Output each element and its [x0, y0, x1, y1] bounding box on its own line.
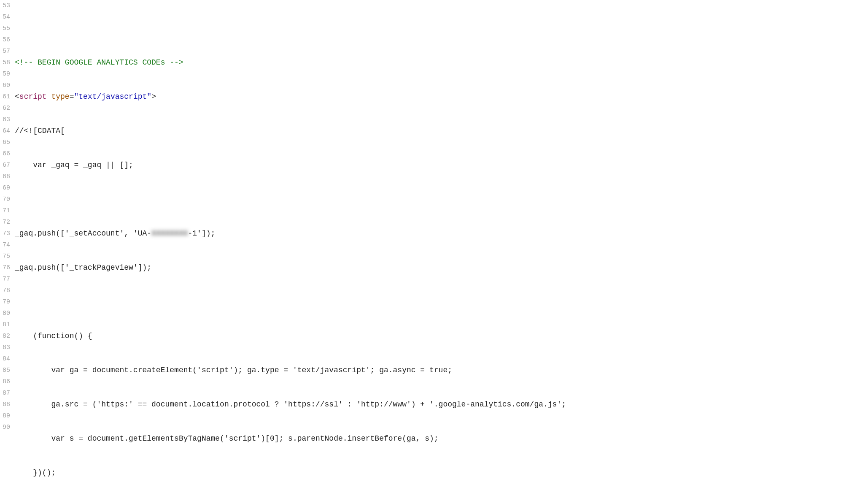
redacted-text: XXXXXXXX	[151, 229, 188, 238]
line-number: 75	[3, 251, 10, 262]
line-number: 88	[3, 399, 10, 410]
line-number: 72	[3, 217, 10, 228]
code-line: <!-- BEGIN GOOGLE ANALYTICS CODEs -->	[15, 57, 868, 68]
js-text: var s = document.getElementsByTagName('s…	[15, 434, 439, 443]
line-number: 79	[3, 296, 10, 308]
code-line	[15, 194, 868, 205]
line-number: 60	[3, 80, 10, 91]
tag-open-bracket: <	[15, 92, 19, 101]
line-number: 68	[3, 171, 10, 182]
js-text: -1']);	[188, 229, 216, 238]
code-line: _gaq.push(['_trackPageview']);	[15, 262, 868, 273]
line-number: 80	[3, 308, 10, 319]
code-line: ga.src = ('https:' == document.location.…	[15, 399, 868, 410]
line-number: 77	[3, 273, 10, 285]
code-area[interactable]: <!-- BEGIN GOOGLE ANALYTICS CODEs --> <s…	[12, 0, 868, 482]
line-number: 90	[3, 422, 10, 433]
code-line: })();	[15, 467, 868, 479]
html-comment: <!-- BEGIN GOOGLE ANALYTICS CODEs -->	[15, 58, 183, 67]
line-number: 55	[3, 23, 10, 34]
line-number: 64	[3, 125, 10, 137]
line-number: 59	[3, 68, 10, 80]
line-number: 56	[3, 34, 10, 46]
line-number: 63	[3, 114, 10, 125]
line-number: 87	[3, 387, 10, 399]
line-number: 78	[3, 285, 10, 296]
line-number: 85	[3, 365, 10, 376]
tag-close-bracket: >	[151, 92, 156, 101]
code-line: (function() {	[15, 330, 868, 342]
line-number: 86	[3, 376, 10, 387]
code-line	[15, 23, 868, 34]
js-text: var ga = document.createElement('script'…	[15, 366, 452, 374]
code-line: <script type="text/javascript">	[15, 91, 868, 103]
line-number: 81	[3, 319, 10, 330]
code-line: var ga = document.createElement('script'…	[15, 365, 868, 376]
attr-name: type	[51, 92, 69, 101]
js-text: (function() {	[15, 332, 92, 340]
line-number: 74	[3, 239, 10, 251]
js-text: _gaq.push(['_setAccount', 'UA-	[15, 229, 151, 238]
script-tag: script	[19, 92, 47, 101]
line-number: 58	[3, 57, 10, 68]
code-line: var s = document.getElementsByTagName('s…	[15, 433, 868, 444]
line-number: 67	[3, 160, 10, 171]
code-line	[15, 296, 868, 308]
line-number: 73	[3, 228, 10, 239]
line-number: 66	[3, 148, 10, 160]
line-number: 69	[3, 182, 10, 194]
line-number: 84	[3, 353, 10, 365]
code-line: _gaq.push(['_setAccount', 'UA-XXXXXXXX-1…	[15, 228, 868, 239]
line-number: 70	[3, 194, 10, 205]
js-text: var _gaq = _gaq || [];	[15, 161, 133, 169]
line-number-gutter: 5354555657585960616263646566676869707172…	[0, 0, 12, 482]
line-number: 54	[3, 11, 10, 23]
js-text: //<![CDATA[	[15, 127, 65, 135]
code-line: var _gaq = _gaq || [];	[15, 160, 868, 171]
attr-value: "text/javascript"	[74, 92, 151, 101]
equals: =	[70, 92, 74, 101]
js-text: ga.src = ('https:' == document.location.…	[15, 400, 566, 409]
line-number: 71	[3, 205, 10, 217]
line-number: 65	[3, 137, 10, 148]
line-number: 57	[3, 46, 10, 57]
js-text: _gaq.push(['_setAccount', 'UA-XXXXXXXX-1…	[15, 229, 215, 238]
line-number: 53	[3, 0, 10, 11]
line-number: 61	[3, 91, 10, 103]
code-line: //<![CDATA[	[15, 125, 868, 137]
js-text: })();	[15, 468, 56, 477]
line-number: 82	[3, 330, 10, 342]
line-number: 83	[3, 342, 10, 353]
js-text: _gaq.push(['_trackPageview']);	[15, 263, 151, 272]
line-number: 76	[3, 262, 10, 273]
code-editor[interactable]: 5354555657585960616263646566676869707172…	[0, 0, 868, 482]
line-number: 62	[3, 103, 10, 114]
line-number: 89	[3, 410, 10, 422]
